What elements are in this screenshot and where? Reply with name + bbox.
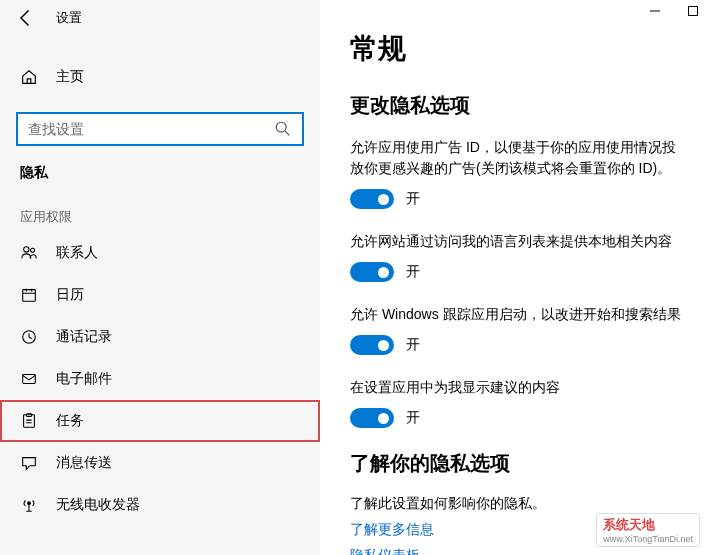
toggle-track[interactable] <box>350 335 394 355</box>
option-adid: 允许应用使用广告 ID，以便基于你的应用使用情况投放你更感兴趣的广告(关闭该模式… <box>350 137 684 209</box>
svg-rect-3 <box>23 290 36 302</box>
toggle-lang[interactable] <box>350 262 394 282</box>
callhistory-label: 通话记录 <box>56 328 112 346</box>
tasks-icon <box>20 412 38 430</box>
section-title: 隐私 <box>0 146 320 190</box>
sidebar-item-tasks[interactable]: 任务 <box>0 400 320 442</box>
sidebar: 设置 主页 隐私 应用权限 联系人 日历 通话记录 电子邮件 任务 消息传送 无… <box>0 0 320 555</box>
svg-rect-9 <box>689 7 698 16</box>
messaging-label: 消息传送 <box>56 454 112 472</box>
option-suggest-desc: 在设置应用中为我显示建议的内容 <box>350 377 684 398</box>
svg-point-0 <box>276 122 286 132</box>
toggle-adid-state: 开 <box>406 190 420 208</box>
toggle-suggest-state: 开 <box>406 409 420 427</box>
option-adid-desc: 允许应用使用广告 ID，以便基于你的应用使用情况投放你更感兴趣的广告(关闭该模式… <box>350 137 684 179</box>
maximize-button[interactable] <box>686 4 700 18</box>
minimize-icon <box>649 5 661 17</box>
option-track: 允许 Windows 跟踪应用启动，以改进开始和搜索结果 开 <box>350 304 684 355</box>
search-icon <box>274 120 292 138</box>
toggle-track-state: 开 <box>406 336 420 354</box>
calendar-label: 日历 <box>56 286 84 304</box>
toggle-adid[interactable] <box>350 189 394 209</box>
option-lang: 允许网站通过访问我的语言列表来提供本地相关内容 开 <box>350 231 684 282</box>
back-button[interactable] <box>16 8 36 28</box>
messaging-icon <box>20 454 38 472</box>
email-label: 电子邮件 <box>56 370 112 388</box>
contacts-label: 联系人 <box>56 244 98 262</box>
content-pane: 常规 更改隐私选项 允许应用使用广告 ID，以便基于你的应用使用情况投放你更感兴… <box>320 0 708 555</box>
calendar-icon <box>20 286 38 304</box>
svg-point-2 <box>31 248 35 252</box>
section-heading-privacy: 更改隐私选项 <box>350 92 684 119</box>
minimize-button[interactable] <box>648 4 662 18</box>
sidebar-item-home[interactable]: 主页 <box>0 56 320 98</box>
svg-rect-5 <box>23 375 36 384</box>
page-title: 常规 <box>350 30 684 68</box>
option-suggest: 在设置应用中为我显示建议的内容 开 <box>350 377 684 428</box>
svg-point-1 <box>24 247 29 252</box>
learn-desc: 了解此设置如何影响你的隐私。 <box>350 495 684 513</box>
sidebar-item-calendar[interactable]: 日历 <box>0 274 320 316</box>
tasks-label: 任务 <box>56 412 84 430</box>
contacts-icon <box>20 244 38 262</box>
watermark-sub: www.XiTongTianDi.net <box>603 534 693 544</box>
toggle-suggest[interactable] <box>350 408 394 428</box>
sidebar-item-callhistory[interactable]: 通话记录 <box>0 316 320 358</box>
email-icon <box>20 370 38 388</box>
watermark-title: 系统天地 <box>603 516 693 534</box>
sidebar-item-email[interactable]: 电子邮件 <box>0 358 320 400</box>
option-lang-desc: 允许网站通过访问我的语言列表来提供本地相关内容 <box>350 231 684 252</box>
header-row: 设置 <box>0 0 320 36</box>
callhistory-icon <box>20 328 38 346</box>
window-title: 设置 <box>56 9 82 27</box>
search-input[interactable] <box>28 121 274 137</box>
maximize-icon <box>687 5 699 17</box>
window-controls <box>648 4 700 18</box>
sidebar-item-radios[interactable]: 无线电收发器 <box>0 484 320 526</box>
radios-label: 无线电收发器 <box>56 496 140 514</box>
section-heading-learn: 了解你的隐私选项 <box>350 450 684 477</box>
home-icon <box>20 68 38 86</box>
home-label: 主页 <box>56 68 84 86</box>
back-arrow-icon <box>16 8 36 28</box>
watermark: 系统天地 www.XiTongTianDi.net <box>596 513 700 547</box>
search-box[interactable] <box>16 112 304 146</box>
sidebar-item-messaging[interactable]: 消息传送 <box>0 442 320 484</box>
sidebar-item-contacts[interactable]: 联系人 <box>0 232 320 274</box>
radios-icon <box>20 496 38 514</box>
subsection-title: 应用权限 <box>0 190 320 232</box>
toggle-lang-state: 开 <box>406 263 420 281</box>
option-track-desc: 允许 Windows 跟踪应用启动，以改进开始和搜索结果 <box>350 304 684 325</box>
link-privacy-dashboard[interactable]: 隐私仪表板 <box>350 547 684 555</box>
